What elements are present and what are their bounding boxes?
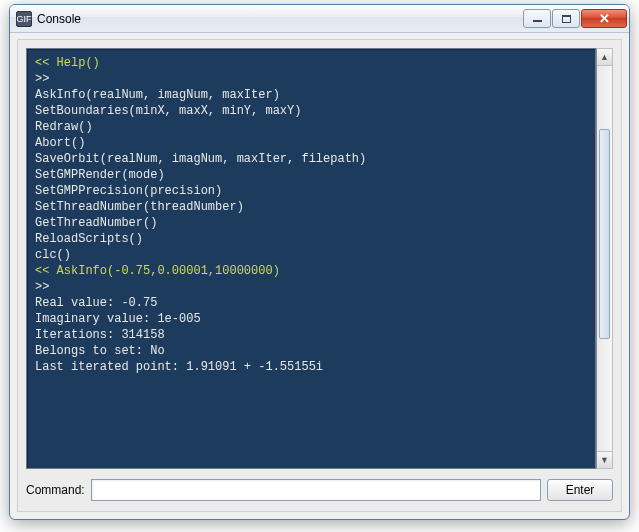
console-output-line: Belongs to set: No [35, 343, 587, 359]
console-output-line: Abort() [35, 135, 587, 151]
client-area: << Help()>>AskInfo(realNum, imagNum, max… [17, 39, 622, 512]
console-output-line: Last iterated point: 1.91091 + -1.55155i [35, 359, 587, 375]
console-output-line: SetGMPRender(mode) [35, 167, 587, 183]
console-output-line: Imaginary value: 1e-005 [35, 311, 587, 327]
titlebar[interactable]: GIF Console ✕ [10, 5, 629, 33]
minimize-button[interactable] [523, 9, 551, 28]
close-icon: ✕ [599, 12, 610, 25]
console-output-line: SetBoundaries(minX, maxX, minY, maxY) [35, 103, 587, 119]
console-output-line: clc() [35, 247, 587, 263]
chevron-down-icon: ▼ [600, 455, 609, 465]
chevron-up-icon: ▲ [600, 52, 609, 62]
console-output-line: >> [35, 71, 587, 87]
console-output-line: Iterations: 314158 [35, 327, 587, 343]
window-title: Console [37, 12, 522, 26]
console-output-line: >> [35, 279, 587, 295]
console-output-line: Redraw() [35, 119, 587, 135]
scroll-up-button[interactable]: ▲ [597, 49, 612, 66]
console-output-line: ReloadScripts() [35, 231, 587, 247]
console-output-line: SaveOrbit(realNum, imagNum, maxIter, fil… [35, 151, 587, 167]
maximize-button[interactable] [552, 9, 580, 28]
scroll-thumb[interactable] [599, 129, 610, 339]
console-output[interactable]: << Help()>>AskInfo(realNum, imagNum, max… [26, 48, 596, 469]
console-command-line: << AskInfo(-0.75,0.00001,10000000) [35, 263, 587, 279]
app-icon: GIF [16, 11, 32, 27]
close-button[interactable]: ✕ [581, 9, 627, 28]
console-output-line: Real value: -0.75 [35, 295, 587, 311]
console-window: GIF Console ✕ << Help()>>AskInfo(realNum… [9, 4, 630, 520]
command-label: Command: [26, 483, 85, 497]
scroll-down-button[interactable]: ▼ [597, 451, 612, 468]
maximize-icon [562, 15, 571, 23]
command-input[interactable] [91, 479, 541, 501]
enter-button[interactable]: Enter [547, 479, 613, 501]
console-output-line: GetThreadNumber() [35, 215, 587, 231]
vertical-scrollbar[interactable]: ▲ ▼ [596, 48, 613, 469]
command-row: Command: Enter [26, 477, 613, 503]
console-output-line: SetThreadNumber(threadNumber) [35, 199, 587, 215]
console-output-line: AskInfo(realNum, imagNum, maxIter) [35, 87, 587, 103]
minimize-icon [533, 20, 542, 22]
window-buttons: ✕ [522, 9, 627, 28]
console-command-line: << Help() [35, 55, 587, 71]
console-output-line: SetGMPPrecision(precision) [35, 183, 587, 199]
